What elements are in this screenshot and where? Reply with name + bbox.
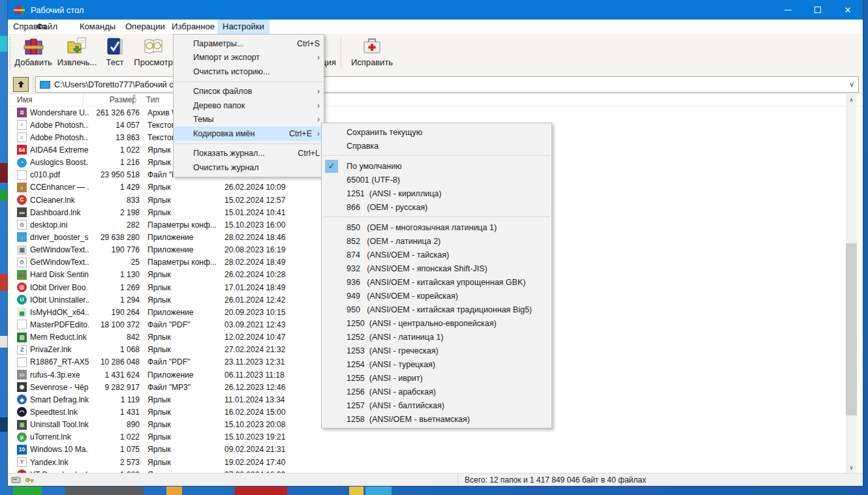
file-type: Ярлык [147,408,221,417]
maximize-button[interactable] [803,0,833,20]
menu-item[interactable]: ✓ 1253 (ANSI - греческая) › [322,344,551,357]
menubar-item[interactable]: Избранное [172,20,215,34]
minimize-button[interactable] [773,0,803,20]
file-date: 23.11.2023 12:31 [225,357,309,367]
test-icon [104,36,125,57]
table-row[interactable]: Y Yandex.lnk 2 573 Ярлык 19.02.2024 17:4… [8,456,854,468]
menu-item[interactable]: ✓ Кодировка имён Ctrl+E › [174,127,324,141]
extract-button[interactable]: Извлечь... [56,36,98,74]
file-date: 15.10.2023 20:08 [225,420,309,429]
file-date: 28.02.2024 18:49 [225,258,309,267]
menu-item[interactable]: ✓ › [322,214,551,220]
vertical-scrollbar[interactable]: ∧ ∨ [846,94,857,473]
table-row[interactable]: 10 Windows 10 Ma... 1 075 Ярлык 09.02.20… [8,443,854,456]
menu-item[interactable]: ✓ 1254 (ANSI - турецкая) › [322,357,551,371]
menu-item[interactable]: ✓ › [174,141,324,147]
menu-item[interactable]: ✓ 1258 (ANSI/OEM - вьетнамская) › [322,412,551,426]
menubar-item[interactable]: Настройки [217,20,270,34]
menu-item[interactable]: ✓ Импорт и экспорт › [174,51,324,65]
menu-item[interactable]: ✓ Параметры... Ctrl+S › [174,37,324,51]
menu-item[interactable]: ✓ Справка › [322,139,551,153]
file-name: CCEnhancer — ... [30,183,89,192]
file-size: 1 269 [89,283,140,292]
file-type: Параметры конф... [147,258,221,267]
column-header-name[interactable]: Имя [17,94,32,106]
file-date: 06.11.2023 11:18 [225,370,309,380]
menu-item[interactable]: ✓ По умолчанию › [322,159,551,173]
scroll-down-icon[interactable]: ∨ [846,462,857,473]
file-type: Приложение [147,370,221,380]
menu-item[interactable]: ✓ 1257 (ANSI - балтийская) › [322,398,551,412]
close-button[interactable]: ✕ [833,0,863,20]
address-combobox[interactable]: C:\Users\DToretto777\Рабочий с ∨ [35,76,859,93]
file-type: Ярлык [147,208,221,217]
menu-item[interactable]: ✓ 949 (ANSI/OEM - корейская) › [322,289,551,303]
folder-up-button[interactable] [13,77,29,92]
table-row[interactable]: µ uTorrent.lnk 1 022 Ярлык 15.10.2023 19… [8,431,854,443]
file-name: GetWindowText... [30,245,89,254]
file-name: Mem Reduct.lnk [30,333,89,342]
desktop-fragment [235,487,287,495]
menu-item[interactable]: ✓ Очистить историю... › [174,65,324,79]
menu-item[interactable]: ✓ Дерево папок › [174,98,324,113]
file-date: 15.02.2024 12:57 [225,196,309,205]
file-size: 13 863 [89,133,140,142]
menu-item[interactable]: ✓ 850 (OEM - многоязычная латиница 1) › [322,220,551,234]
menu-item[interactable]: ✓ Очистить журнал › [174,160,324,175]
chevron-down-icon[interactable]: ∨ [849,80,854,89]
status-total: Всего: 12 папок и 1 417 849 046 байт в 4… [458,475,646,485]
menubar-item[interactable]: Команды [74,20,121,34]
file-name: Dashboard.lnk [30,208,89,217]
table-row[interactable]: ≣ Wondershare U... 261 326 676 Архив W [8,106,854,119]
menu-item[interactable]: ✓ 932 (ANSI/OEM - японская Shift-JIS) › [322,262,551,275]
menu-item[interactable]: ✓ 936 (ANSI/OEM - китайская упрощенная G… [322,275,551,289]
repair-button[interactable]: Исправить [346,36,398,74]
menu-item[interactable]: ✓ 1255 (ANSI - иврит) › [322,371,551,385]
file-type: Параметры конф... [147,220,221,230]
menu-item[interactable]: ✓ 65001 (UTF-8) › [322,173,551,187]
menu-item[interactable]: ✓ 852 (OEM - латиница 2) › [322,234,551,248]
view-button[interactable]: Просмотр [131,36,176,74]
menu-item[interactable]: ✓ › [174,79,324,85]
column-header-type[interactable]: Тип [146,94,159,106]
table-row[interactable]: ▶ YT Downloader.l... 1 289 Ярлык 27.02.2… [8,468,854,473]
desktop-fragment [65,487,144,495]
menu-item[interactable]: ✓ Показать журнал... Ctrl+L › [174,147,324,161]
menu-item[interactable]: ✓ Список файлов › [174,85,324,99]
menubar-item[interactable]: Справка [8,20,52,34]
menu-item[interactable]: ✓ › [322,153,551,159]
scrollbar-thumb[interactable] [846,243,857,415]
maximize-icon [814,7,821,13]
add-button[interactable]: Добавить [12,36,55,74]
menu-item[interactable]: ✓ 866 (OEM - русская) › [322,200,551,214]
column-header-size[interactable]: Размер [83,94,136,106]
menu-item[interactable]: ✓ 1250 (ANSI - центрально-европейская) › [322,316,551,330]
scroll-up-icon[interactable]: ∧ [846,94,857,105]
file-date: 11.01.2024 13:34 [225,395,309,404]
file-date: 03.09.2021 12:43 [225,320,309,329]
menubar: ФайлКомандыОперацииИзбранноеНастройкиСпр… [8,20,863,34]
windows10-icon: 10 [17,445,27,455]
file-size: 1 216 [89,158,140,167]
menu-item[interactable]: ✓ 1256 (ANSI - арабская) › [322,385,551,398]
menubar-item[interactable]: Операции [120,20,170,34]
settings-menu: ✓ Параметры... Ctrl+S › ✓ Импорт и экспо… [173,34,324,177]
menu-item[interactable]: ✓ Темы › [174,113,324,127]
menu-item[interactable]: ✓ Сохранить текущую › [322,125,551,139]
repair-icon [362,36,382,57]
file-date: 15.10.2023 16:00 [225,220,309,230]
titlebar[interactable]: Рабочий стол ✕ [8,0,863,20]
text-file-icon: ≡ [17,120,27,130]
menu-item[interactable]: ✓ 1252 (ANSI - латиница 1) › [322,330,551,344]
file-name: Smart Defrag.lnk [30,395,89,404]
file-size: 1 429 [89,183,140,192]
menu-item[interactable]: ✓ 874 (ANSI/OEM - тайская) › [322,248,551,262]
desktop-fragment [13,487,42,495]
file-name: driver_booster_s... [30,233,89,242]
menu-item[interactable]: ✓ 1251 (ANSI - кириллица) › [322,187,551,200]
file-name: Adobe Photosh... [30,121,89,130]
menu-item[interactable]: ✓ 950 (ANSI/OEM - китайская традиционная… [322,303,551,316]
test-button[interactable]: Тест [99,36,131,74]
file-type: Ярлык [147,283,221,292]
submenu-arrow-icon: › [312,115,320,124]
